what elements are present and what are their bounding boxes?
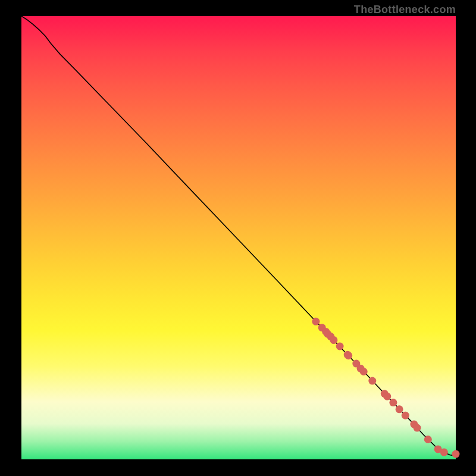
marker-point — [396, 405, 403, 413]
marker-point — [402, 412, 409, 419]
marker-point — [424, 436, 432, 443]
marker-point — [360, 368, 368, 375]
marker-point — [312, 318, 320, 325]
marker-point — [383, 393, 391, 400]
markers-group — [312, 318, 459, 458]
marker-point — [440, 449, 448, 456]
marker-point — [336, 343, 344, 350]
marker-point — [389, 399, 397, 406]
chart-overlay — [21, 16, 456, 459]
curve-line — [21, 16, 456, 455]
marker-point — [452, 450, 460, 458]
marker-point — [368, 377, 376, 385]
chart-stage: TheBottleneck.com — [0, 0, 476, 476]
marker-point — [414, 424, 421, 432]
attribution-text: TheBottleneck.com — [354, 4, 456, 16]
marker-point — [345, 352, 352, 359]
marker-point — [330, 336, 337, 344]
